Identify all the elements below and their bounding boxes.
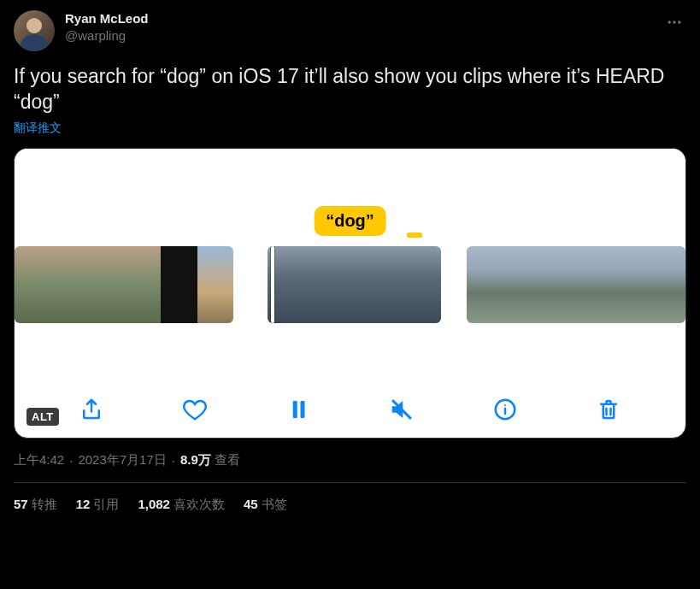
tweet-container: Ryan McLeod @warpling If you search for … (0, 0, 700, 527)
svg-point-1 (21, 34, 48, 51)
quotes-stat[interactable]: 12引用 (76, 497, 120, 513)
svg-point-2 (668, 21, 671, 23)
bookmarks-count: 45 (244, 497, 258, 511)
svg-rect-6 (301, 401, 305, 418)
views-label: 查看 (211, 452, 240, 467)
clip-group-3[interactable] (467, 246, 685, 323)
display-name[interactable]: Ryan McLeod (65, 10, 652, 27)
video-thumbnail (613, 246, 650, 323)
user-handle[interactable]: @warpling (65, 27, 652, 44)
tweet-stats: 57转推 12引用 1,082喜欢次数 45书签 (14, 483, 686, 527)
share-button[interactable] (79, 397, 104, 422)
tweet-text: If you search for “dog” on iOS 17 it’ll … (14, 63, 686, 115)
video-scrubber[interactable] (15, 241, 685, 335)
video-thumbnail (124, 246, 161, 323)
video-thumbnail (197, 246, 234, 323)
search-token-badge: “dog” (314, 206, 386, 236)
video-thumbnail (503, 246, 539, 323)
video-thumbnail (268, 246, 311, 323)
tweet-time[interactable]: 上午4:42 (14, 452, 64, 468)
translate-link[interactable]: 翻译推文 (14, 121, 62, 136)
video-thumbnail (539, 246, 576, 323)
video-thumbnail (15, 246, 51, 323)
video-thumbnail (397, 246, 441, 323)
video-thumbnail (51, 246, 88, 323)
video-thumbnail (649, 246, 685, 323)
svg-rect-5 (293, 401, 297, 418)
mute-button[interactable] (389, 397, 415, 422)
tweet-meta: 上午4:42 · 2023年7月17日 · 8.9万 查看 (14, 452, 686, 483)
likes-label: 喜欢次数 (174, 497, 225, 511)
retweets-label: 转推 (32, 497, 57, 511)
media-controls (15, 397, 685, 422)
tweet-header: Ryan McLeod @warpling (14, 10, 686, 51)
alt-badge[interactable]: ALT (26, 408, 59, 426)
bookmarks-stat[interactable]: 45书签 (244, 497, 287, 513)
meta-separator: · (69, 453, 73, 468)
pause-button[interactable] (285, 397, 311, 422)
info-button[interactable] (492, 397, 518, 422)
more-button[interactable] (662, 10, 686, 34)
svg-point-4 (678, 21, 680, 23)
likes-count: 1,082 (138, 497, 170, 511)
video-thumbnail (311, 246, 355, 323)
quotes-label: 引用 (93, 497, 119, 511)
like-button[interactable] (182, 397, 208, 422)
meta-separator: · (172, 453, 175, 468)
playhead[interactable] (271, 246, 274, 323)
video-thumbnail (88, 246, 125, 323)
video-thumbnail (576, 246, 613, 323)
user-block: Ryan McLeod @warpling (65, 10, 652, 44)
bookmarks-label: 书签 (262, 497, 287, 511)
retweets-count: 57 (14, 497, 28, 511)
svg-point-3 (673, 21, 675, 23)
playhead-marker (407, 233, 422, 238)
video-thumbnail (355, 246, 398, 323)
retweets-stat[interactable]: 57转推 (14, 497, 57, 513)
clip-group-1[interactable] (15, 246, 233, 323)
media-header-area: “dog” (15, 149, 685, 241)
svg-point-0 (26, 18, 42, 33)
quotes-count: 12 (76, 497, 91, 511)
thumbnail-strip (15, 246, 685, 323)
views[interactable]: 8.9万 查看 (180, 452, 240, 468)
avatar[interactable] (14, 10, 55, 51)
video-thumbnail (467, 246, 503, 323)
delete-button[interactable] (596, 397, 621, 422)
likes-stat[interactable]: 1,082喜欢次数 (138, 497, 225, 513)
video-thumbnail (161, 246, 197, 323)
tweet-date[interactable]: 2023年7月17日 (78, 452, 166, 468)
svg-point-10 (504, 404, 506, 406)
clip-group-2[interactable] (268, 246, 440, 323)
views-count: 8.9万 (180, 452, 211, 467)
media-attachment[interactable]: “dog” (14, 148, 686, 439)
